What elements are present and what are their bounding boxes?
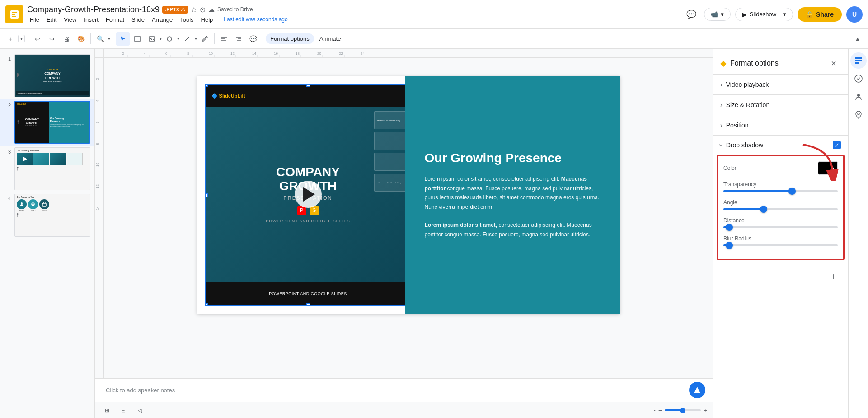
zoom-in-btn[interactable]: + — [704, 407, 707, 414]
svg-point-24 — [17, 213, 19, 215]
slide-canvas[interactable]: 🔷 SlideUpLift COMPANYGROWTH PRESENTATION… — [197, 76, 620, 314]
add-dropdown[interactable]: ▾ — [18, 35, 25, 42]
svg-rect-60 — [855, 60, 862, 61]
slide-item-2[interactable]: 2 SlideUpLift COMPANYGROWTH PRESENTATION… — [0, 99, 94, 146]
color-picker-btn[interactable]: ▾ — [818, 161, 838, 175]
notes-placeholder[interactable]: Click to add speaker notes — [106, 387, 175, 394]
meet-dropdown-arrow: ▾ — [721, 11, 724, 18]
image-tool[interactable] — [145, 32, 159, 46]
sidebar-explore-btn[interactable] — [850, 52, 867, 69]
blur-radius-slider[interactable] — [723, 244, 838, 246]
svg-text:4: 4 — [95, 99, 99, 102]
slide-thumb-1[interactable]: SlideUpLift COMPANYGROWTH PRESENTATION T… — [14, 54, 90, 97]
panel-close-button[interactable]: × — [826, 56, 841, 70]
add-effect-button[interactable]: + — [826, 270, 841, 284]
angle-fill — [723, 208, 764, 210]
menu-tools[interactable]: Tools — [177, 15, 196, 24]
folder-icon[interactable]: ⊙ — [200, 5, 206, 14]
align-left-tool[interactable] — [217, 32, 231, 46]
panel-title: ◆ Format options — [720, 58, 779, 68]
collapse-panel-btn[interactable]: ◁ — [133, 404, 146, 417]
distance-thumb[interactable] — [726, 224, 733, 231]
align-right-tool[interactable] — [232, 32, 245, 46]
zoom-dropdown[interactable]: ▾ — [108, 36, 110, 41]
zoom-out-btn[interactable]: − — [658, 407, 662, 414]
slides-panel: 1 SlideUpLift COMPANYGROWTH PRESENTATION… — [0, 49, 95, 418]
meet-button[interactable]: 📹 ▾ — [704, 8, 731, 21]
drop-shadow-checkbox[interactable]: ✓ — [833, 141, 841, 149]
toolbar-sep-3 — [113, 33, 113, 44]
transparency-thumb[interactable] — [788, 188, 796, 195]
slideshow-icon: ▶ — [742, 11, 747, 18]
sidebar-maps-btn[interactable] — [850, 107, 867, 123]
angle-slider[interactable] — [723, 208, 838, 210]
video-playback-header[interactable]: › Video playback — [713, 75, 848, 94]
drop-shadow-body: Color ▾ Transparency — [717, 155, 845, 260]
pptx-badge: .PPTX ⚠ — [162, 6, 188, 14]
line-tool[interactable] — [180, 32, 194, 46]
slide-item-3[interactable]: 3 Our Growing Initiatives — [0, 146, 94, 192]
avatar[interactable]: U — [846, 6, 863, 23]
star-icon[interactable]: ☆ — [191, 5, 197, 14]
slide-view-btn[interactable]: ⊞ — [100, 404, 114, 417]
undo-button[interactable]: ↩ — [31, 32, 44, 46]
shape-dropdown[interactable]: ▾ — [177, 36, 179, 41]
animate-btn[interactable]: Animate — [315, 33, 346, 44]
add-button[interactable]: + — [4, 32, 17, 46]
paint-format-button[interactable]: 🎨 — [74, 32, 88, 46]
text-box-tool[interactable]: T — [131, 32, 144, 46]
slide-thumb-3[interactable]: Our Growing Initiatives — [14, 147, 90, 190]
notes-bar[interactable]: Click to add speaker notes — [95, 378, 713, 402]
print-button[interactable]: 🖨 — [60, 32, 73, 46]
ruler-top: 2 4 6 8 10 12 14 16 18 20 22 24 — [104, 49, 713, 57]
app-logo[interactable] — [5, 5, 23, 23]
play-button[interactable] — [295, 181, 322, 208]
sidebar-tasks-btn[interactable] — [850, 70, 867, 87]
image-dropdown[interactable]: ▾ — [160, 36, 162, 41]
blur-radius-thumb[interactable] — [726, 242, 733, 249]
angle-thumb[interactable] — [760, 206, 767, 213]
menu-edit[interactable]: Edit — [44, 15, 59, 24]
menu-insert[interactable]: Insert — [81, 15, 101, 24]
shape-tool[interactable] — [163, 32, 176, 46]
color-swatch — [822, 164, 831, 173]
zoom-button[interactable]: 🔍 — [94, 32, 107, 46]
comment-button[interactable]: 💬 — [683, 6, 699, 23]
menu-help[interactable]: Help — [198, 15, 216, 24]
redo-button[interactable]: ↪ — [45, 32, 59, 46]
position-header[interactable]: › Position — [713, 115, 848, 135]
slide-left-panel[interactable]: 🔷 SlideUpLift COMPANYGROWTH PRESENTATION… — [205, 84, 411, 306]
toolbar-sep-2 — [90, 33, 91, 44]
collapse-toolbar-btn[interactable]: ▲ — [851, 32, 864, 46]
svg-point-8 — [167, 37, 172, 41]
select-tool[interactable] — [116, 32, 130, 46]
menu-slide[interactable]: Slide — [129, 15, 147, 24]
slideshow-button[interactable]: ▶ Slideshow ▾ — [735, 8, 793, 21]
pen-tool[interactable] — [198, 32, 211, 46]
panel-title-text: Format options — [730, 59, 779, 67]
sel-handle-bc — [306, 303, 310, 306]
distance-slider[interactable] — [723, 226, 838, 228]
menu-file[interactable]: File — [27, 15, 42, 24]
menu-view[interactable]: View — [61, 15, 79, 24]
size-rotation-header[interactable]: › Size & Rotation — [713, 95, 848, 115]
comment-tool[interactable]: 💬 — [246, 32, 260, 46]
transparency-slider[interactable] — [723, 190, 838, 192]
format-options-btn[interactable]: Format options — [266, 33, 314, 44]
menu-format[interactable]: Format — [103, 15, 127, 24]
sidebar-profile-btn[interactable] — [850, 89, 867, 105]
slide-item-1[interactable]: 1 SlideUpLift COMPANYGROWTH PRESENTATION… — [0, 52, 94, 99]
grid-view-btn[interactable]: ⊟ — [117, 404, 130, 417]
doc-title[interactable]: Company-Growth-Presentation-16x9 — [27, 5, 160, 14]
menu-arrange[interactable]: Arrange — [149, 15, 175, 24]
canvas-scroll-area[interactable]: 🔷 SlideUpLift COMPANYGROWTH PRESENTATION… — [104, 58, 713, 378]
zoom-slider[interactable] — [665, 409, 701, 411]
drop-shadow-header[interactable]: › Drop shadow ✓ — [713, 136, 848, 155]
last-edit[interactable]: Last edit was seconds ago — [221, 15, 290, 23]
slide-thumb-2[interactable]: SlideUpLift COMPANYGROWTH PRESENTATION O… — [14, 101, 90, 144]
share-button[interactable]: 🔒 Share — [798, 7, 842, 22]
present-icon[interactable] — [689, 382, 705, 398]
slide-thumb-4[interactable]: Our Focus on You Focus 1 Foc — [14, 194, 90, 237]
line-dropdown[interactable]: ▾ — [195, 36, 197, 41]
slide-item-4[interactable]: 4 Our Focus on You Focus 1 — [0, 192, 94, 239]
